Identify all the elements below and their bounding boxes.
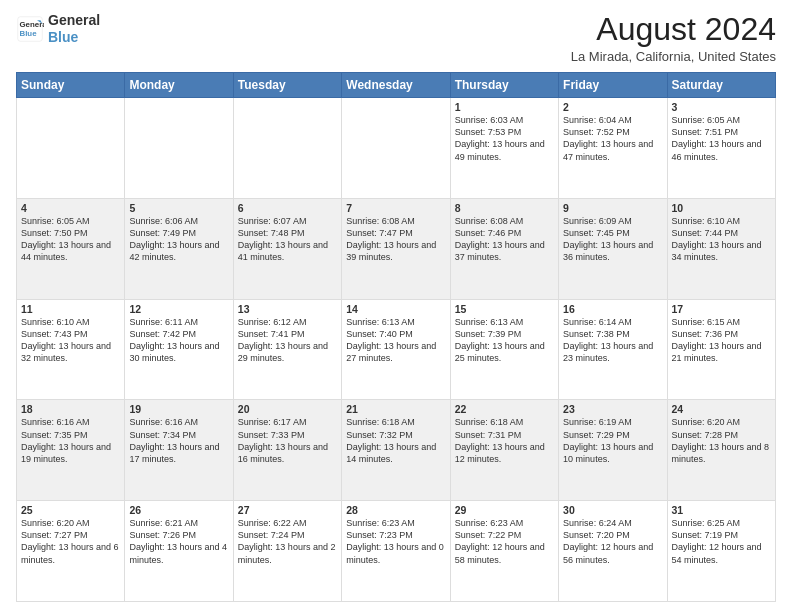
- day-detail: Sunrise: 6:11 AMSunset: 7:42 PMDaylight:…: [129, 316, 228, 365]
- daylight-text: Daylight: 13 hours and 39 minutes.: [346, 239, 445, 263]
- sunrise-text: Sunrise: 6:05 AM: [21, 215, 120, 227]
- day-detail: Sunrise: 6:06 AMSunset: 7:49 PMDaylight:…: [129, 215, 228, 264]
- sunset-text: Sunset: 7:28 PM: [672, 429, 771, 441]
- day-number: 22: [455, 403, 554, 415]
- daylight-text: Daylight: 13 hours and 37 minutes.: [455, 239, 554, 263]
- sunset-text: Sunset: 7:36 PM: [672, 328, 771, 340]
- sunset-text: Sunset: 7:31 PM: [455, 429, 554, 441]
- day-detail: Sunrise: 6:19 AMSunset: 7:29 PMDaylight:…: [563, 416, 662, 465]
- daylight-text: Daylight: 13 hours and 41 minutes.: [238, 239, 337, 263]
- day-detail: Sunrise: 6:17 AMSunset: 7:33 PMDaylight:…: [238, 416, 337, 465]
- sunrise-text: Sunrise: 6:12 AM: [238, 316, 337, 328]
- calendar-cell: [342, 98, 450, 199]
- daylight-text: Daylight: 13 hours and 23 minutes.: [563, 340, 662, 364]
- sunset-text: Sunset: 7:33 PM: [238, 429, 337, 441]
- day-detail: Sunrise: 6:08 AMSunset: 7:47 PMDaylight:…: [346, 215, 445, 264]
- sunrise-text: Sunrise: 6:14 AM: [563, 316, 662, 328]
- daylight-text: Daylight: 12 hours and 54 minutes.: [672, 541, 771, 565]
- sunset-text: Sunset: 7:34 PM: [129, 429, 228, 441]
- daylight-text: Daylight: 12 hours and 56 minutes.: [563, 541, 662, 565]
- sunrise-text: Sunrise: 6:06 AM: [129, 215, 228, 227]
- sunset-text: Sunset: 7:42 PM: [129, 328, 228, 340]
- daylight-text: Daylight: 13 hours and 2 minutes.: [238, 541, 337, 565]
- sunrise-text: Sunrise: 6:18 AM: [455, 416, 554, 428]
- sunset-text: Sunset: 7:41 PM: [238, 328, 337, 340]
- sunrise-text: Sunrise: 6:24 AM: [563, 517, 662, 529]
- day-detail: Sunrise: 6:20 AMSunset: 7:28 PMDaylight:…: [672, 416, 771, 465]
- calendar-cell: 29Sunrise: 6:23 AMSunset: 7:22 PMDayligh…: [450, 501, 558, 602]
- sunrise-text: Sunrise: 6:04 AM: [563, 114, 662, 126]
- day-number: 11: [21, 303, 120, 315]
- day-detail: Sunrise: 6:03 AMSunset: 7:53 PMDaylight:…: [455, 114, 554, 163]
- daylight-text: Daylight: 13 hours and 25 minutes.: [455, 340, 554, 364]
- day-detail: Sunrise: 6:23 AMSunset: 7:22 PMDaylight:…: [455, 517, 554, 566]
- day-number: 3: [672, 101, 771, 113]
- calendar-cell: 11Sunrise: 6:10 AMSunset: 7:43 PMDayligh…: [17, 299, 125, 400]
- calendar-cell: 4Sunrise: 6:05 AMSunset: 7:50 PMDaylight…: [17, 198, 125, 299]
- sunrise-text: Sunrise: 6:21 AM: [129, 517, 228, 529]
- daylight-text: Daylight: 13 hours and 29 minutes.: [238, 340, 337, 364]
- sunset-text: Sunset: 7:52 PM: [563, 126, 662, 138]
- sunrise-text: Sunrise: 6:08 AM: [455, 215, 554, 227]
- col-header-monday: Monday: [125, 73, 233, 98]
- sunrise-text: Sunrise: 6:25 AM: [672, 517, 771, 529]
- col-header-thursday: Thursday: [450, 73, 558, 98]
- day-number: 31: [672, 504, 771, 516]
- day-number: 29: [455, 504, 554, 516]
- sunset-text: Sunset: 7:50 PM: [21, 227, 120, 239]
- day-number: 21: [346, 403, 445, 415]
- day-detail: Sunrise: 6:18 AMSunset: 7:32 PMDaylight:…: [346, 416, 445, 465]
- sunset-text: Sunset: 7:19 PM: [672, 529, 771, 541]
- col-header-saturday: Saturday: [667, 73, 775, 98]
- calendar-week-5: 25Sunrise: 6:20 AMSunset: 7:27 PMDayligh…: [17, 501, 776, 602]
- sunset-text: Sunset: 7:43 PM: [21, 328, 120, 340]
- day-number: 13: [238, 303, 337, 315]
- daylight-text: Daylight: 13 hours and 17 minutes.: [129, 441, 228, 465]
- calendar-cell: 2Sunrise: 6:04 AMSunset: 7:52 PMDaylight…: [559, 98, 667, 199]
- day-number: 14: [346, 303, 445, 315]
- calendar-cell: [17, 98, 125, 199]
- calendar-header-row: SundayMondayTuesdayWednesdayThursdayFrid…: [17, 73, 776, 98]
- calendar-week-1: 1Sunrise: 6:03 AMSunset: 7:53 PMDaylight…: [17, 98, 776, 199]
- day-number: 18: [21, 403, 120, 415]
- day-number: 1: [455, 101, 554, 113]
- sunset-text: Sunset: 7:27 PM: [21, 529, 120, 541]
- calendar-cell: 8Sunrise: 6:08 AMSunset: 7:46 PMDaylight…: [450, 198, 558, 299]
- calendar-cell: 14Sunrise: 6:13 AMSunset: 7:40 PMDayligh…: [342, 299, 450, 400]
- month-year: August 2024: [571, 12, 776, 47]
- daylight-text: Daylight: 13 hours and 14 minutes.: [346, 441, 445, 465]
- day-detail: Sunrise: 6:10 AMSunset: 7:43 PMDaylight:…: [21, 316, 120, 365]
- sunrise-text: Sunrise: 6:03 AM: [455, 114, 554, 126]
- calendar-cell: 7Sunrise: 6:08 AMSunset: 7:47 PMDaylight…: [342, 198, 450, 299]
- sunrise-text: Sunrise: 6:23 AM: [346, 517, 445, 529]
- calendar-cell: 1Sunrise: 6:03 AMSunset: 7:53 PMDaylight…: [450, 98, 558, 199]
- calendar-cell: 3Sunrise: 6:05 AMSunset: 7:51 PMDaylight…: [667, 98, 775, 199]
- daylight-text: Daylight: 13 hours and 4 minutes.: [129, 541, 228, 565]
- sunrise-text: Sunrise: 6:08 AM: [346, 215, 445, 227]
- day-detail: Sunrise: 6:12 AMSunset: 7:41 PMDaylight:…: [238, 316, 337, 365]
- sunset-text: Sunset: 7:53 PM: [455, 126, 554, 138]
- day-number: 16: [563, 303, 662, 315]
- day-number: 7: [346, 202, 445, 214]
- day-number: 8: [455, 202, 554, 214]
- sunrise-text: Sunrise: 6:11 AM: [129, 316, 228, 328]
- calendar-cell: 24Sunrise: 6:20 AMSunset: 7:28 PMDayligh…: [667, 400, 775, 501]
- day-number: 27: [238, 504, 337, 516]
- sunrise-text: Sunrise: 6:05 AM: [672, 114, 771, 126]
- daylight-text: Daylight: 13 hours and 34 minutes.: [672, 239, 771, 263]
- calendar-cell: 31Sunrise: 6:25 AMSunset: 7:19 PMDayligh…: [667, 501, 775, 602]
- sunset-text: Sunset: 7:46 PM: [455, 227, 554, 239]
- col-header-sunday: Sunday: [17, 73, 125, 98]
- sunrise-text: Sunrise: 6:16 AM: [129, 416, 228, 428]
- sunset-text: Sunset: 7:45 PM: [563, 227, 662, 239]
- daylight-text: Daylight: 13 hours and 12 minutes.: [455, 441, 554, 465]
- calendar-cell: 17Sunrise: 6:15 AMSunset: 7:36 PMDayligh…: [667, 299, 775, 400]
- calendar-cell: 23Sunrise: 6:19 AMSunset: 7:29 PMDayligh…: [559, 400, 667, 501]
- day-number: 12: [129, 303, 228, 315]
- sunrise-text: Sunrise: 6:09 AM: [563, 215, 662, 227]
- daylight-text: Daylight: 13 hours and 8 minutes.: [672, 441, 771, 465]
- daylight-text: Daylight: 13 hours and 21 minutes.: [672, 340, 771, 364]
- sunrise-text: Sunrise: 6:22 AM: [238, 517, 337, 529]
- daylight-text: Daylight: 13 hours and 46 minutes.: [672, 138, 771, 162]
- day-number: 15: [455, 303, 554, 315]
